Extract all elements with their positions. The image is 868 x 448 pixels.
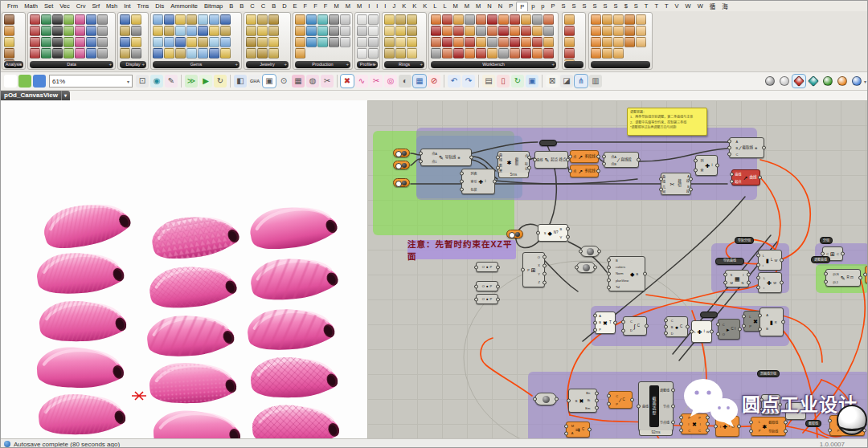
zoom-extents-icon[interactable]: ⊡ (136, 75, 149, 88)
tool-icon[interactable] (357, 14, 367, 25)
menu-item-e[interactable]: E (290, 2, 301, 10)
menu-item-l[interactable]: L (440, 2, 449, 10)
play-icon[interactable]: ▶ (199, 75, 212, 88)
out-port[interactable] (542, 280, 547, 284)
out-port[interactable] (595, 399, 599, 403)
menu-item-math[interactable]: Math (21, 2, 41, 10)
tool-icon[interactable] (175, 26, 186, 36)
menu-item-m[interactable]: M (330, 2, 342, 10)
tool-icon[interactable] (329, 26, 339, 36)
out-port[interactable] (671, 405, 675, 409)
tool-icon[interactable] (131, 48, 141, 59)
in-port[interactable] (679, 416, 683, 420)
component-9[interactable]: 点A点B∕直线段 (604, 152, 639, 168)
tool-icon[interactable] (63, 37, 74, 47)
in-port[interactable] (593, 328, 597, 332)
tool-icon[interactable] (395, 48, 406, 59)
menu-item-m[interactable]: M (461, 2, 473, 10)
tool-icon[interactable] (131, 14, 141, 25)
out-port[interactable] (804, 409, 808, 413)
in-port[interactable] (607, 402, 611, 406)
in-port[interactable] (496, 155, 500, 159)
tool-icon[interactable] (368, 26, 379, 36)
save-file-icon[interactable] (33, 75, 46, 88)
component-48[interactable]: CE● (761, 394, 780, 415)
in-port[interactable] (828, 429, 832, 433)
in-port[interactable] (575, 266, 579, 270)
tool-icon[interactable] (384, 14, 395, 25)
chevron-down-icon[interactable]: ▾ (864, 79, 866, 84)
in-port[interactable] (567, 399, 571, 403)
tool-icon[interactable] (246, 37, 256, 47)
out-port[interactable] (593, 266, 597, 270)
tool-icon[interactable] (86, 14, 96, 25)
in-port[interactable] (716, 323, 720, 327)
out-port[interactable] (784, 420, 788, 424)
menu-item-s[interactable]: S (559, 2, 569, 10)
tool-icon[interactable] (431, 48, 441, 59)
tool-icon[interactable] (384, 37, 395, 47)
panel-expand-icon[interactable]: + (284, 61, 287, 68)
menu-item-f[interactable]: F (301, 2, 311, 10)
tool-icon[interactable] (521, 37, 531, 47)
wire-display-icon[interactable]: ∿ (355, 75, 368, 88)
in-port[interactable] (742, 324, 746, 328)
redo-icon[interactable]: ↷ (462, 75, 475, 88)
grid-view-icon[interactable]: ▦ (413, 75, 426, 88)
panel-expand-icon[interactable]: + (346, 61, 349, 68)
in-port[interactable] (593, 314, 597, 318)
in-port[interactable] (419, 152, 423, 156)
delete-icon[interactable]: ▯ (497, 75, 510, 88)
tool-icon[interactable] (395, 37, 406, 47)
tool-icon[interactable] (295, 26, 305, 36)
menu-item-dis[interactable]: Dis (152, 2, 167, 10)
menu-item-s[interactable]: S (579, 2, 590, 10)
tool-icon[interactable] (4, 48, 14, 59)
menu-item-c[interactable]: C (258, 2, 268, 10)
out-port[interactable] (780, 281, 784, 285)
in-port[interactable] (760, 408, 764, 412)
tool-icon[interactable] (97, 26, 108, 36)
tool-icon[interactable] (465, 48, 475, 59)
tool-icon[interactable] (613, 37, 624, 47)
in-port[interactable] (460, 171, 464, 175)
tool-icon[interactable] (476, 26, 486, 36)
tool-icon[interactable] (329, 37, 339, 47)
tool-icon[interactable] (453, 37, 464, 47)
component-16[interactable]: S◆N?BV (538, 224, 568, 242)
tool-icon[interactable] (175, 48, 186, 59)
in-port[interactable] (742, 315, 746, 319)
out-port[interactable] (542, 255, 547, 259)
tool-icon[interactable] (175, 14, 186, 25)
tool-icon[interactable] (75, 14, 85, 25)
tool-icon[interactable] (257, 48, 268, 59)
menu-item-ammonite[interactable]: Ammonite (167, 2, 201, 10)
tool-icon[interactable] (510, 26, 520, 36)
toggle-b[interactable] (393, 161, 410, 169)
gamepad-icon[interactable]: ◐ (399, 75, 411, 88)
tool-icon[interactable] (532, 37, 542, 47)
in-port[interactable] (821, 252, 825, 256)
tool-icon[interactable] (295, 37, 305, 47)
in-port[interactable] (659, 187, 663, 191)
hide-wires-icon[interactable]: ✂ (321, 75, 334, 88)
component-30[interactable] (700, 312, 718, 318)
out-port[interactable] (758, 176, 762, 180)
menu-item-int[interactable]: Int (121, 2, 133, 10)
paste-icon[interactable]: ▤ (482, 75, 495, 88)
tool-icon[interactable] (613, 14, 624, 25)
menu-item-w[interactable]: W (694, 2, 706, 10)
tool-icon[interactable] (164, 48, 174, 59)
menu-item-frm[interactable]: Frm (4, 2, 21, 10)
in-port[interactable] (664, 325, 668, 329)
out-port[interactable] (637, 158, 641, 162)
display-mode-icon[interactable]: ▥ (589, 75, 602, 88)
tool-icon[interactable] (246, 14, 256, 25)
component-3[interactable]: 点A点1✎导轨线⊕ (420, 149, 472, 166)
tool-icon[interactable] (153, 26, 163, 36)
tool-icon[interactable] (602, 26, 612, 36)
pin-icon[interactable]: ◍ (306, 75, 319, 88)
tool-icon[interactable] (487, 37, 497, 47)
tool-icon[interactable] (164, 26, 174, 36)
menu-item-p[interactable]: p (538, 2, 547, 10)
